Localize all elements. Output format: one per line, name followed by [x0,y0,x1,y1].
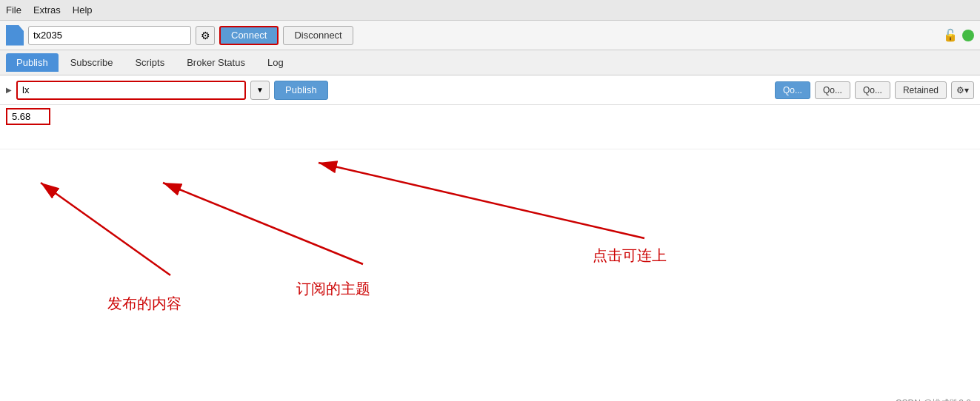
main-content: 发布的内容 订阅的主题 点击可连上 CSDN @桃成跌2.0 [0,149,980,401]
annotation-topic: 订阅的主题 [296,279,370,299]
gear-button[interactable]: ⚙ [196,26,215,45]
menu-bar: File Extras Help [0,0,980,21]
expand-arrow-icon: ▶ [6,86,12,94]
publish-settings-button[interactable]: ⚙▾ [951,81,974,99]
qos0-button[interactable]: Qo... [775,81,810,99]
svg-line-2 [163,183,363,264]
svg-line-1 [41,183,170,275]
tab-publish[interactable]: Publish [6,53,59,72]
tab-scripts[interactable]: Scripts [124,53,175,72]
tabs-bar: Publish Subscribe Scripts Broker Status … [0,50,980,75]
topic-dropdown-button[interactable]: ▼ [250,81,270,100]
annotation-connect: 点击可连上 [593,246,667,266]
retained-button[interactable]: Retained [895,81,947,99]
lock-icon: 🔓 [943,28,958,42]
qos2-button[interactable]: Qo... [855,81,890,99]
connect-button[interactable]: Connect [219,26,279,45]
topic-input[interactable] [16,81,246,100]
menu-help[interactable]: Help [73,4,93,16]
toolbar: ⚙ Connect Disconnect 🔓 [0,21,980,50]
message-area: 5.68 [0,105,980,149]
message-value: 5.68 [6,108,50,125]
tab-subscribe[interactable]: Subscribe [60,53,124,72]
tab-log[interactable]: Log [257,53,294,72]
qos1-button[interactable]: Qo... [815,81,850,99]
document-icon [6,25,24,46]
status-indicator [962,30,974,41]
watermark: CSDN @桃成跌2.0 [896,397,971,401]
publish-button[interactable]: Publish [274,81,328,100]
annotations-svg [0,149,980,401]
menu-extras[interactable]: Extras [33,4,61,16]
tab-broker-status[interactable]: Broker Status [176,53,256,72]
connection-input[interactable] [28,26,191,45]
menu-file[interactable]: File [6,4,21,16]
disconnect-button[interactable]: Disconnect [283,26,353,45]
svg-line-3 [319,163,644,238]
annotation-content: 发布的内容 [107,294,181,314]
publish-panel: ▶ ▼ Publish Qo... Qo... Qo... Retained ⚙… [0,75,980,105]
